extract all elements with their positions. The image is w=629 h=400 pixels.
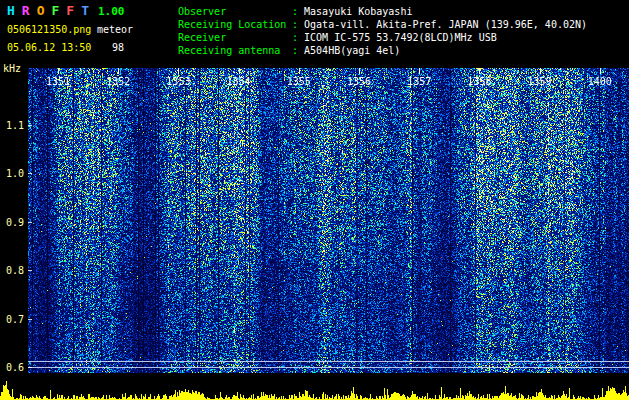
time-tick-label: 1359 bbox=[528, 76, 552, 87]
time-tick-label: 1357 bbox=[407, 76, 431, 87]
title-letter: O bbox=[37, 3, 45, 18]
time-tick-mark bbox=[600, 68, 601, 74]
freq-tick-label: 0.8 bbox=[6, 265, 24, 276]
title-letter: T bbox=[81, 3, 89, 18]
version-label: 1.00 bbox=[98, 5, 125, 18]
freq-axis-unit: kHz bbox=[3, 63, 21, 74]
time-tick-mark bbox=[58, 68, 59, 74]
time-tick-mark bbox=[299, 68, 300, 74]
hrofft-window: HROFFT1.00 0506121350.png meteor 05.06.1… bbox=[0, 0, 629, 400]
time-tick-mark bbox=[178, 68, 179, 74]
info-value: Masayuki Kobayashi bbox=[304, 6, 412, 17]
info-value: A504HB(yagi 4el) bbox=[304, 45, 400, 56]
title-letter: F bbox=[66, 3, 74, 18]
info-label: Receiving antenna bbox=[178, 44, 292, 57]
info-row: Observer: Masayuki Kobayashi bbox=[178, 5, 587, 18]
info-colon: : bbox=[292, 45, 304, 56]
info-label: Receiving Location bbox=[178, 18, 292, 31]
time-tick-mark bbox=[118, 68, 119, 74]
title-letter: H bbox=[7, 3, 15, 18]
info-row: Receiving Location: Ogata-vill. Akita-Pr… bbox=[178, 18, 587, 31]
header: HROFFT1.00 0506121350.png meteor 05.06.1… bbox=[0, 0, 629, 68]
datetime-label: 05.06.12 13:50 bbox=[7, 42, 91, 53]
title-letter: F bbox=[51, 3, 59, 18]
title-letter: R bbox=[22, 3, 30, 18]
info-value: ICOM IC-575 53.7492(8LCD)MHz USB bbox=[304, 32, 497, 43]
time-tick-label: 1352 bbox=[106, 76, 130, 87]
info-label: Observer bbox=[178, 5, 292, 18]
output-filename: 0506121350.png bbox=[7, 24, 91, 35]
time-tick-label: 1351 bbox=[46, 76, 70, 87]
time-tick-mark bbox=[359, 68, 360, 74]
freq-tick-label: 0.9 bbox=[6, 217, 24, 228]
spectrogram-canvas bbox=[28, 68, 629, 373]
info-value: Ogata-vill. Akita-Pref. JAPAN (139.96E, … bbox=[304, 19, 587, 30]
freq-tick-label: 1.1 bbox=[6, 120, 24, 131]
mode-label: meteor bbox=[97, 24, 133, 35]
time-tick-label: 1353 bbox=[166, 76, 190, 87]
time-tick-mark bbox=[479, 68, 480, 74]
count-label: 98 bbox=[112, 42, 124, 53]
time-tick-label: 1355 bbox=[287, 76, 311, 87]
info-row: Receiver: ICOM IC-575 53.7492(8LCD)MHz U… bbox=[178, 31, 587, 44]
info-colon: : bbox=[292, 6, 304, 17]
info-colon: : bbox=[292, 19, 304, 30]
time-tick-mark bbox=[540, 68, 541, 74]
time-tick-mark bbox=[239, 68, 240, 74]
freq-tick-label: 0.6 bbox=[6, 362, 24, 373]
info-row: Receiving antenna: A504HB(yagi 4el) bbox=[178, 44, 587, 57]
time-tick-label: 1358 bbox=[467, 76, 491, 87]
info-colon: : bbox=[292, 32, 304, 43]
freq-tick-label: 0.7 bbox=[6, 314, 24, 325]
info-label: Receiver bbox=[178, 31, 292, 44]
signal-meter-canvas bbox=[0, 373, 629, 400]
app-title: HROFFT1.00 bbox=[7, 3, 124, 18]
freq-tick-label: 1.0 bbox=[6, 168, 24, 179]
time-tick-label: 1356 bbox=[347, 76, 371, 87]
time-tick-label: 1400 bbox=[588, 76, 612, 87]
time-tick-label: 1354 bbox=[227, 76, 251, 87]
time-tick-mark bbox=[419, 68, 420, 74]
header-info: Observer: Masayuki KobayashiReceiving Lo… bbox=[178, 5, 587, 57]
